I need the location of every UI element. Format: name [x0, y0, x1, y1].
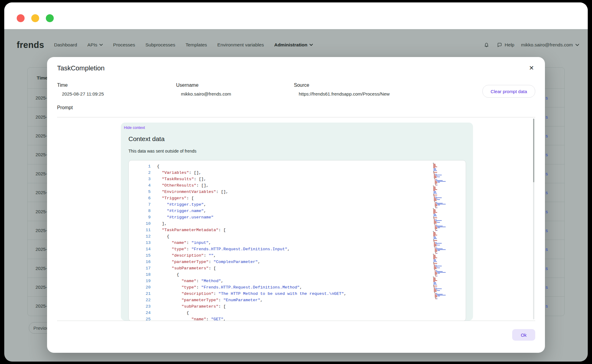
code-line: "Variables": [],	[157, 170, 346, 176]
line-number: 19	[129, 278, 151, 284]
code-line: "description": "The HTTP Method to be us…	[157, 291, 346, 297]
line-number: 11	[129, 227, 151, 233]
code-line: {	[157, 271, 346, 278]
source-value: https://frends61.frendsapp.com/Process/N…	[299, 91, 390, 96]
line-number: 7	[129, 201, 151, 208]
window-titlebar	[4, 2, 588, 29]
modal-title: TaskCompletion	[57, 64, 105, 72]
notifications-bell-icon[interactable]	[483, 42, 490, 48]
line-number: 16	[129, 259, 151, 265]
username-label: Username	[176, 83, 231, 88]
nav-item-subprocesses[interactable]: Subprocesses	[145, 42, 175, 48]
code-line: "name": "GET",	[157, 316, 346, 321]
nav-item-processes[interactable]: Processes	[113, 42, 135, 48]
nav-label: Subprocesses	[145, 42, 175, 48]
line-number: 25	[129, 316, 151, 321]
nav-label: APIs	[87, 42, 97, 48]
code-line: "#trigger.username"	[157, 214, 346, 221]
code-line: "subParameters": [	[157, 265, 346, 271]
line-number: 10	[129, 221, 151, 227]
help-button[interactable]: Help	[496, 42, 514, 48]
line-number: 6	[129, 195, 151, 201]
line-number: 24	[129, 310, 151, 316]
nav-item-environment-variables[interactable]: Environment variables	[217, 42, 264, 48]
context-data-subtitle: This data was sent outside of frends	[128, 149, 196, 153]
code-line: "name": "input",	[157, 240, 346, 246]
code-line: "TaskParameterMetadata": [	[157, 227, 346, 233]
line-number: 15	[129, 252, 151, 259]
code-minimap[interactable]	[433, 163, 461, 302]
clear-prompt-data-button[interactable]: Clear prompt data	[482, 85, 535, 98]
nav-label: Dashboard	[54, 42, 77, 48]
main-nav: Dashboard APIs Processes Subprocesses Te…	[54, 29, 313, 61]
code-line: "parameterType": "EnumParameter",	[157, 297, 346, 303]
context-data-panel: Hide context Context data This data was …	[121, 123, 473, 321]
ok-button-label: Ok	[521, 332, 526, 338]
prompt-divider-bottom	[57, 321, 535, 321]
nav-item-templates[interactable]: Templates	[185, 42, 207, 48]
code-viewer: 1234567891011121314151617181920212223242…	[128, 160, 466, 321]
scrollbar-thumb[interactable]	[533, 119, 534, 182]
code-body: 1234567891011121314151617181920212223242…	[129, 163, 466, 321]
line-number: 13	[129, 240, 151, 246]
time-value: 2025-08-27 11:09:25	[62, 91, 104, 96]
close-traffic-light[interactable]	[17, 14, 25, 22]
code-line: {	[157, 233, 346, 240]
column-header-label: Time	[37, 75, 48, 81]
minimize-traffic-light[interactable]	[31, 14, 39, 22]
help-label: Help	[505, 42, 514, 48]
nav-item-dashboard[interactable]: Dashboard	[54, 42, 77, 48]
chat-bubble-icon	[496, 42, 502, 48]
code-line: "Triggers": [	[157, 195, 346, 201]
line-number: 18	[129, 271, 151, 278]
frends-logo[interactable]: frends	[17, 29, 44, 61]
user-email: mikko.sairo@frends.com	[521, 42, 573, 48]
prompt-label: Prompt	[57, 105, 73, 110]
user-menu[interactable]: mikko.sairo@frends.com	[521, 42, 579, 48]
nav-right-cluster: Help mikko.sairo@frends.com	[483, 29, 579, 61]
line-number: 14	[129, 246, 151, 252]
nav-item-apis[interactable]: APIs	[87, 42, 103, 48]
prompt-divider-top	[57, 117, 535, 117]
nav-label: Administration	[274, 42, 307, 48]
line-number: 1	[129, 163, 151, 170]
chevron-down-icon	[575, 44, 579, 46]
nav-label: Processes	[113, 42, 135, 48]
line-number: 22	[129, 297, 151, 303]
clear-button-label: Clear prompt data	[491, 89, 527, 94]
line-number: 12	[129, 233, 151, 240]
code-line: {	[157, 163, 346, 170]
line-number: 5	[129, 189, 151, 195]
code-line: "type": "Frends.HTTP.Request.Definitions…	[157, 246, 346, 252]
line-number: 4	[129, 182, 151, 189]
code-line: "#trigger.name",	[157, 208, 346, 214]
prompt-scrollbar[interactable]	[533, 119, 534, 319]
chevron-down-icon	[99, 44, 103, 46]
nav-item-administration[interactable]: Administration	[274, 42, 313, 48]
app-window: frends Dashboard APIs Processes Subproce…	[4, 2, 588, 362]
ok-button[interactable]: Ok	[512, 329, 535, 341]
code-line: ],	[157, 221, 346, 227]
time-field: Time 2025-08-27 11:09:25	[57, 83, 104, 96]
close-icon[interactable]: ✕	[529, 64, 534, 72]
line-number: 2	[129, 170, 151, 176]
line-number: 8	[129, 208, 151, 214]
line-number: 3	[129, 176, 151, 182]
source-label: Source	[294, 83, 390, 88]
zoom-traffic-light[interactable]	[46, 14, 54, 22]
code-line-numbers: 1234567891011121314151617181920212223242…	[129, 163, 151, 321]
code-line: "OtherResults": [],	[157, 182, 346, 189]
code-line: "EnvironmentVariables": [],	[157, 189, 346, 195]
username-field: Username mikko.sairo@frends.com	[176, 83, 231, 96]
nav-label: Environment variables	[217, 42, 264, 48]
code-line: "TaskResults": [],	[157, 176, 346, 182]
line-number: 9	[129, 214, 151, 221]
code-line: "subParameters": [	[157, 303, 346, 310]
code-line: {	[157, 310, 346, 316]
code-line: "parameterType": "ComplexParameter",	[157, 259, 346, 265]
task-completion-modal: TaskCompletion ✕ Time 2025-08-27 11:09:2…	[47, 57, 545, 353]
nav-label: Templates	[185, 42, 207, 48]
code-line: "#trigger.type",	[157, 201, 346, 208]
line-number: 20	[129, 284, 151, 291]
hide-context-link[interactable]: Hide context	[124, 126, 145, 130]
